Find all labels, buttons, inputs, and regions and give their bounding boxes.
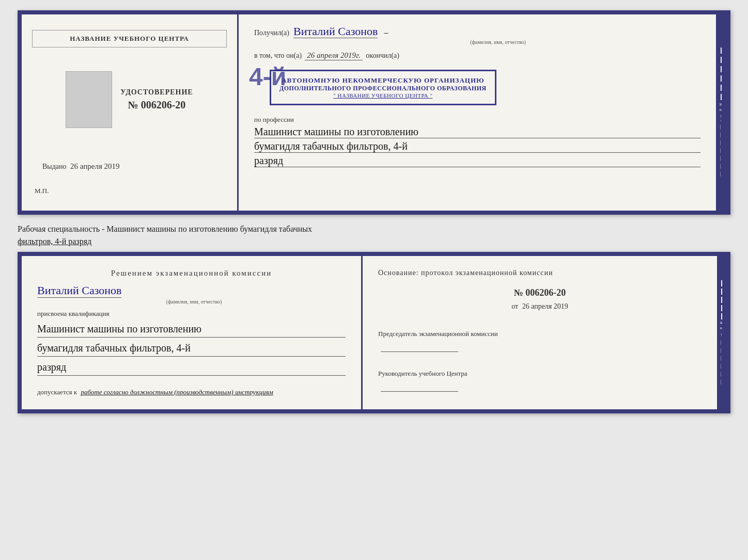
qualification-line1: Машинист машины по изготовлению (37, 321, 346, 338)
udostoverenie-number: № 006206-20 (120, 99, 193, 111)
vtom-prefix: в том, что он(а) (254, 52, 302, 60)
spine-dash (721, 289, 722, 295)
diploma-top: НАЗВАНИЕ УЧЕБНОГО ЦЕНТРА УДОСТОВЕРЕНИЕ №… (18, 10, 730, 215)
predsedatel-title: Председатель экзаменационной комиссии (378, 329, 702, 340)
osnovanie-text: Основание: протокол экзаменационной коми… (378, 269, 702, 277)
bottom-spine-text: и а ← — — — — — — (719, 322, 724, 386)
bottom-name-block: Виталий Сазонов (фамилия, имя, отчество) (37, 284, 346, 305)
certificate-bottom: Решением экзаменационной комиссии Витали… (18, 252, 730, 413)
stamp-line3: " НАЗВАНИЕ УЧЕБНОГО ЦЕНТРА " (279, 92, 487, 99)
mp-label: М.П. (32, 187, 49, 195)
qualification-line2: бумагидля табачных фильтров, 4-й (37, 340, 346, 357)
bottom-right-spine: и а ← — — — — — — (717, 256, 726, 409)
okonchill-text: окончил(а) (366, 52, 399, 60)
dash-after-name: – (384, 28, 388, 37)
specialty-suffix: фильтров, 4-й разряд (18, 237, 91, 246)
ot-date-value: 26 апреля 2019 (522, 302, 568, 310)
udostoverenie-title: УДОСТОВЕРЕНИЕ (120, 88, 193, 97)
dopuskaetsya-text: работе согласно должностным (производств… (81, 388, 273, 396)
prisvoena-text: присвоена квалификация (37, 310, 346, 318)
photo-placeholder (66, 71, 112, 128)
rukovoditel-title: Руководитель учебного Центра (378, 369, 702, 379)
bottom-fio-label: (фамилия, имя, отчество) (42, 299, 346, 305)
stamp-number-overlay: 4-й (249, 62, 286, 91)
specialty-line: Рабочая специальность - Машинист машины … (18, 223, 730, 248)
spine-dash (721, 305, 722, 311)
stamp-block: АВТОНОМНУЮ НЕКОММЕРЧЕСКУЮ ОРГАНИЗАЦИЮ ДО… (270, 70, 496, 105)
protocol-number: № 006206-20 (378, 287, 702, 298)
stamp-line1: АВТОНОМНУЮ НЕКОММЕРЧЕСКУЮ ОРГАНИЗАЦИЮ (279, 76, 487, 85)
recipient-name: Виталий Сазонов (293, 25, 378, 38)
diploma-right-panel: Получил(а) Виталий Сазонов – (фамилия, и… (239, 14, 716, 211)
spine-dash (721, 280, 722, 286)
predsedatel-block: Председатель экзаменационной комиссии (378, 329, 702, 356)
bottom-right-panel: Основание: протокол экзаменационной коми… (363, 256, 717, 409)
bottom-recipient-name: Виталий Сазонов (37, 284, 121, 298)
reshenie-title: Решением экзаменационной комиссии (37, 269, 346, 278)
dopuskaetsya-prefix: допускается к (37, 388, 77, 396)
qualification-line3: разряд (37, 359, 346, 376)
profession-line1: Машинист машины по изготовлению (254, 126, 700, 138)
vydano-label: Выдано (42, 163, 67, 170)
specialty-prefix: Рабочая специальность - Машинист машины … (18, 225, 312, 233)
bottom-left-panel: Решением экзаменационной комиссии Витали… (22, 256, 363, 409)
rukovoditel-block: Руководитель учебного Центра (378, 369, 702, 395)
poluchil-block: Получил(а) Виталий Сазонов – (фамилия, и… (254, 25, 700, 45)
spine-dash (721, 75, 722, 82)
spine-dash (721, 47, 722, 54)
stamp-line2: ДОПОЛНИТЕЛЬНОГО ПРОФЕССИОНАЛЬНОГО ОБРАЗО… (279, 85, 487, 92)
fio-label-top: (фамилия, имя, отчество) (295, 39, 700, 45)
predsedatel-signature-line (381, 351, 458, 352)
profession-line3: разряд (254, 155, 700, 167)
ot-date-block: от 26 апреля 2019 (378, 302, 702, 311)
profession-line2: бумагидля табачных фильтров, 4-й (254, 140, 700, 153)
vydano-date: 26 апреля 2019 (70, 162, 120, 170)
udostoverenie-block: УДОСТОВЕРЕНИЕ № 006206-20 (66, 66, 193, 133)
ot-prefix: от (511, 302, 518, 310)
vtom-block: в том, что он(а) 26 апреля 2019г. окончи… (254, 51, 700, 60)
spine-dash (721, 85, 722, 91)
dopuskaetsya-block: допускается к работе согласно должностны… (37, 388, 346, 396)
po-professii-label: по профессии (254, 116, 700, 124)
right-spine-decoration: и а ←- — — — — — — — (716, 14, 726, 211)
diploma-left-panel: НАЗВАНИЕ УЧЕБНОГО ЦЕНТРА УДОСТОВЕРЕНИЕ №… (22, 14, 239, 211)
spine-dash (721, 313, 722, 319)
spine-dash (721, 66, 722, 72)
spine-dash (721, 297, 722, 303)
poluchil-prefix: Получил(а) (254, 29, 289, 37)
spine-dash (721, 94, 722, 100)
vydano-line: Выдано 26 апреля 2019 (37, 162, 227, 171)
graduation-date: 26 апреля 2019г. (305, 51, 363, 60)
rukovoditel-signature-line (381, 391, 458, 392)
spine-text: и а ←- — — — — — — — (719, 103, 724, 178)
center-name-label: НАЗВАНИЕ УЧЕБНОГО ЦЕНТРА (32, 30, 227, 47)
spine-dash (721, 57, 722, 63)
